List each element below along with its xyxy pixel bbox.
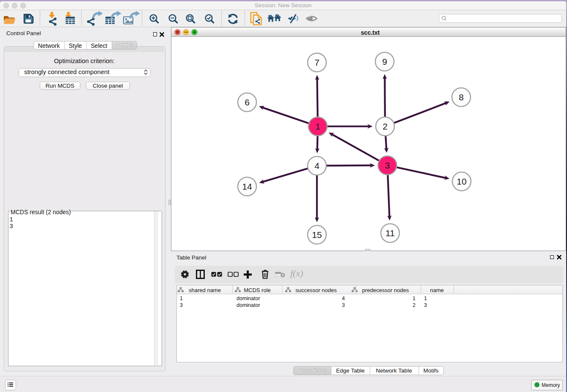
svg-text:11: 11 [385,228,395,237]
svg-text:1: 1 [315,121,320,131]
svg-text:8: 8 [459,92,464,102]
svg-text:2: 2 [383,121,388,131]
svg-text:9: 9 [382,56,387,66]
svg-text:7: 7 [314,57,319,67]
svg-text:4: 4 [314,160,319,170]
svg-text:3: 3 [385,160,390,170]
svg-text:6: 6 [245,97,250,107]
svg-text:10: 10 [457,176,466,186]
svg-text:14: 14 [242,181,252,191]
svg-text:15: 15 [312,229,322,239]
